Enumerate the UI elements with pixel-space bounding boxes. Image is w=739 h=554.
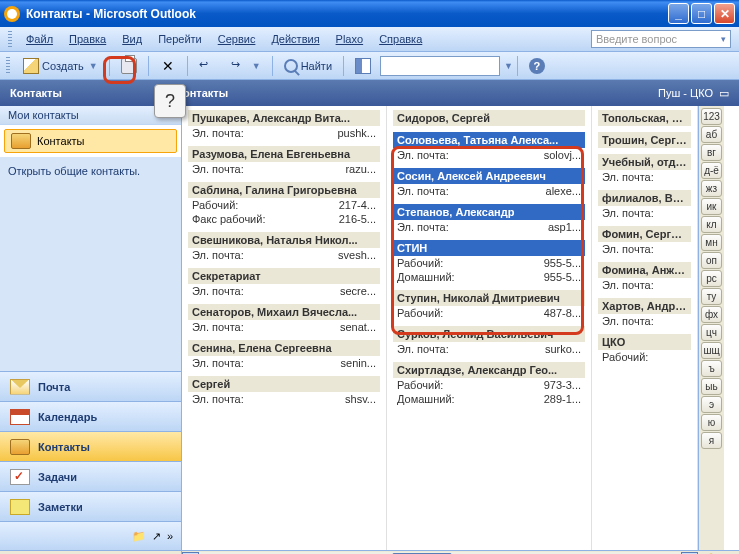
contact-card[interactable]: Соловьева, Татьяна Алекса...Эл. почта:so… — [393, 132, 585, 162]
index-button[interactable]: аб — [701, 126, 722, 143]
index-button[interactable]: вг — [701, 144, 722, 161]
contact-field: Рабочий:217-4... — [188, 198, 380, 212]
address-book-button[interactable] — [348, 55, 378, 77]
contact-card[interactable]: Учебный, отделЭл. почта: — [598, 154, 691, 184]
contact-field: Эл. почта:senin... — [188, 356, 380, 370]
nav-bottom: 📁 ↗ » — [0, 522, 181, 550]
contact-card[interactable]: Сосин, Алексей АндреевичЭл. почта:alexe.… — [393, 168, 585, 198]
reply-button[interactable]: ↩ — [192, 55, 222, 77]
contact-card[interactable]: филиалов, Все соЭл. почта: — [598, 190, 691, 220]
contact-card[interactable]: Степанов, АлександрЭл. почта:asp1... — [393, 204, 585, 234]
index-button[interactable]: ъ — [701, 360, 722, 377]
help-button[interactable]: ? — [522, 55, 552, 77]
contact-card[interactable]: Свешникова, Наталья Никол...Эл. почта:sv… — [188, 232, 380, 262]
contact-card[interactable]: СекретариатЭл. почта:secre... — [188, 268, 380, 298]
card-view-icon: ▭ — [719, 87, 729, 100]
window-controls: _ □ ✕ — [668, 3, 735, 24]
nav-calendar[interactable]: Календарь — [0, 402, 181, 432]
menu-help[interactable]: Справка — [371, 33, 430, 45]
mail-icon — [10, 379, 30, 395]
menu-go[interactable]: Перейти — [150, 33, 210, 45]
contact-card[interactable]: Хартов, АндрейЭл. почта: — [598, 298, 691, 328]
contact-card[interactable]: СТИНРабочий:955-5...Домашний:955-5... — [393, 240, 585, 284]
contact-name: филиалов, Все со — [598, 190, 691, 206]
find-button[interactable]: Найти — [277, 55, 339, 77]
index-button[interactable]: я — [701, 432, 722, 449]
close-button[interactable]: ✕ — [714, 3, 735, 24]
open-shared-contacts-link[interactable]: Открыть общие контакты. — [0, 157, 181, 185]
folder-icon[interactable]: 📁 — [132, 530, 146, 543]
index-button[interactable]: рс — [701, 270, 722, 287]
menu-file[interactable]: Файл — [18, 33, 61, 45]
nav-mail[interactable]: Почта — [0, 372, 181, 402]
sidebar-spacer — [0, 185, 181, 371]
contact-card[interactable]: Ступин, Николай ДмитриевичРабочий:487-8.… — [393, 290, 585, 320]
contact-name: Ступин, Николай Дмитриевич — [393, 290, 585, 306]
configure-buttons-icon[interactable]: » — [167, 530, 173, 542]
shortcut-icon[interactable]: ↗ — [152, 530, 161, 543]
horizontal-scrollbar[interactable]: ◀ ▶ 🔔 🖧 — [0, 550, 739, 554]
contact-name: Топольская, Тат — [598, 110, 691, 126]
delete-button[interactable]: ✕ — [153, 55, 183, 77]
print-button[interactable] — [114, 55, 144, 77]
nav-notes[interactable]: Заметки — [0, 492, 181, 522]
contact-card[interactable]: Трошин, Сергей К — [598, 132, 691, 148]
menu-actions[interactable]: Действия — [263, 33, 327, 45]
menu-view[interactable]: Вид — [114, 33, 150, 45]
contact-card[interactable]: Пушкарев, Александр Вита...Эл. почта:pus… — [188, 110, 380, 140]
contact-card[interactable]: Сенаторов, Михаил Вячесла...Эл. почта:se… — [188, 304, 380, 334]
forward-button[interactable]: ↪▼ — [224, 55, 268, 77]
contact-field: Эл. почта:senat... — [188, 320, 380, 334]
sidebar-item-contacts[interactable]: Контакты — [4, 129, 177, 153]
index-button[interactable]: мн — [701, 234, 722, 251]
contact-card[interactable]: ЦКОРабочий: — [598, 334, 691, 364]
index-button[interactable]: ту — [701, 288, 722, 305]
index-button[interactable]: жз — [701, 180, 722, 197]
nav-label: Задачи — [38, 471, 77, 483]
contact-card[interactable]: Фомина, АнжелиЭл. почта: — [598, 262, 691, 292]
contact-search-input[interactable] — [380, 56, 500, 76]
contact-card[interactable]: Топольская, Тат — [598, 110, 691, 126]
menu-service[interactable]: Сервис — [210, 33, 264, 45]
contact-card[interactable]: Фомин, Сергей ВаЭл. почта: — [598, 226, 691, 256]
nav-pane: Почта Календарь Контакты Задачи Заметки … — [0, 371, 181, 550]
contact-card[interactable]: Сурков, Леонид ВасильевичЭл. почта:surko… — [393, 326, 585, 356]
index-button[interactable]: цч — [701, 324, 722, 341]
index-button[interactable]: ю — [701, 414, 722, 431]
contact-card[interactable]: Сенина, Елена СергеевнаЭл. почта:senin..… — [188, 340, 380, 370]
index-button[interactable]: 123 — [701, 108, 722, 125]
index-button[interactable]: э — [701, 396, 722, 413]
index-button[interactable]: шщ — [701, 342, 722, 359]
contacts-content: Пушкарев, Александр Вита...Эл. почта:pus… — [182, 106, 739, 550]
contact-field: Рабочий:487-8... — [393, 306, 585, 320]
section-header: Контакты онтакты Пуш - ЦКО ▭ — [0, 80, 739, 106]
contact-field: Рабочий:955-5... — [393, 256, 585, 270]
toolbar: Создать ▼ ✕ ↩ ↪▼ Найти ▼ ? — [0, 52, 739, 80]
contact-card[interactable]: Разумова, Елена ЕвгеньевнаЭл. почта:razu… — [188, 146, 380, 176]
contact-card[interactable]: Саблина, Галина ГригорьевнаРабочий:217-4… — [188, 182, 380, 226]
create-button[interactable]: Создать ▼ — [16, 55, 105, 77]
maximize-button[interactable]: □ — [691, 3, 712, 24]
contact-name: Хартов, Андрей — [598, 298, 691, 314]
nav-tasks[interactable]: Задачи — [0, 462, 181, 492]
contact-field: Эл. почта:alexe... — [393, 184, 585, 198]
index-button[interactable]: фх — [701, 306, 722, 323]
contact-card[interactable]: Схиртладзе, Александр Гео...Рабочий:973-… — [393, 362, 585, 406]
contact-card[interactable]: Сидоров, Сергей — [393, 110, 585, 126]
index-button[interactable]: кл — [701, 216, 722, 233]
nav-contacts[interactable]: Контакты — [0, 432, 181, 462]
tasks-icon — [10, 469, 30, 485]
ask-question-input[interactable]: Введите вопрос — [591, 30, 731, 48]
index-button[interactable]: д-ё — [701, 162, 722, 179]
minimize-button[interactable]: _ — [668, 3, 689, 24]
index-button[interactable]: ик — [701, 198, 722, 215]
index-button[interactable]: оп — [701, 252, 722, 269]
menu-edit[interactable]: Правка — [61, 33, 114, 45]
menu-plaxo[interactable]: Plaxo — [328, 33, 372, 45]
nav-label: Контакты — [38, 441, 90, 453]
find-icon — [284, 59, 298, 73]
contact-card[interactable]: СергейЭл. почта:shsv... — [188, 376, 380, 406]
chevron-down-icon: ▼ — [89, 61, 98, 71]
index-button[interactable]: ыь — [701, 378, 722, 395]
nav-label: Заметки — [38, 501, 83, 513]
